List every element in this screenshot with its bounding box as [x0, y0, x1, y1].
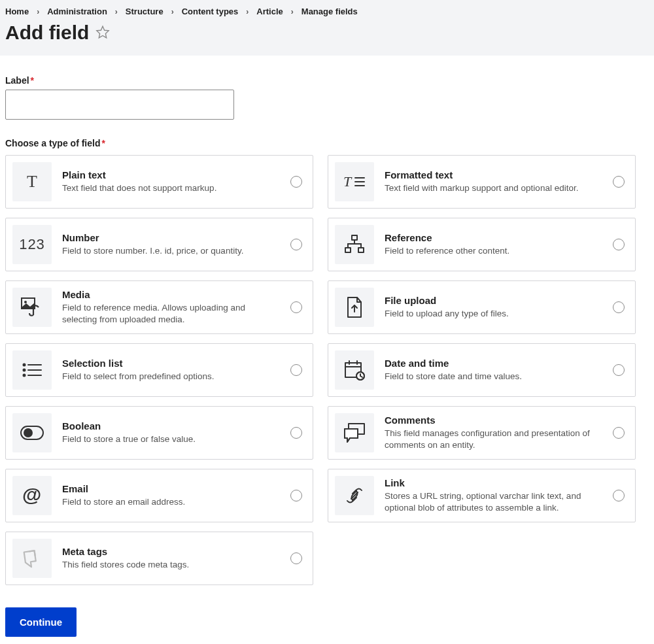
svg-marker-0: [97, 26, 109, 38]
continue-button[interactable]: Continue: [5, 607, 77, 637]
field-option-title: Media: [62, 289, 280, 300]
field-option-radio[interactable]: [290, 552, 302, 564]
svg-text:T: T: [343, 173, 353, 190]
field-type-option-plain-text[interactable]: TPlain textText field that does not supp…: [5, 155, 313, 209]
field-type-option-date-time[interactable]: Date and timeField to store date and tim…: [328, 343, 636, 397]
field-option-title: Selection list: [62, 358, 280, 369]
field-option-radio[interactable]: [290, 301, 302, 313]
field-option-radio[interactable]: [613, 239, 625, 250]
svg-point-18: [24, 375, 26, 377]
svg-rect-5: [352, 235, 357, 240]
field-option-radio[interactable]: [290, 176, 302, 188]
field-option-radio[interactable]: [290, 239, 302, 250]
field-option-title: Reference: [385, 232, 602, 243]
email-icon: @: [12, 476, 52, 515]
breadcrumb: Home › Administration › Structure › Cont…: [5, 5, 649, 20]
field-option-desc: Field to reference other content.: [385, 245, 602, 257]
chevron-right-icon: ›: [115, 7, 118, 16]
field-type-option-formatted-text[interactable]: TFormatted textText field with markup su…: [328, 155, 636, 209]
page-title: Add field: [5, 22, 89, 44]
breadcrumb-link[interactable]: Article: [256, 7, 283, 16]
field-option-desc: This field stores code meta tags.: [62, 559, 280, 571]
breadcrumb-link[interactable]: Content types: [182, 7, 239, 16]
field-option-title: Link: [385, 477, 602, 488]
meta-tags-icon: [12, 539, 52, 578]
field-option-desc: Text field with markup support and optio…: [385, 182, 602, 194]
svg-point-16: [24, 369, 26, 371]
field-type-option-meta-tags[interactable]: Meta tagsThis field stores code meta tag…: [5, 532, 313, 585]
comments-icon: [335, 413, 374, 452]
field-option-radio[interactable]: [613, 301, 625, 313]
field-type-option-file-upload[interactable]: File uploadField to upload any type of f…: [328, 280, 636, 334]
number-icon: 123: [12, 225, 52, 264]
field-option-radio[interactable]: [613, 364, 625, 376]
field-type-option-media[interactable]: MediaField to reference media. Allows up…: [5, 280, 313, 334]
breadcrumb-link[interactable]: Structure: [126, 7, 164, 16]
svg-point-13: [24, 301, 27, 303]
field-option-desc: Stores a URL string, optional varchar li…: [385, 490, 602, 514]
field-option-desc: This field manages configuration and pre…: [385, 428, 602, 451]
chevron-right-icon: ›: [171, 7, 174, 16]
field-option-radio[interactable]: [613, 176, 625, 188]
field-option-title: Meta tags: [62, 546, 280, 557]
label-field-label: Label*: [5, 75, 636, 86]
field-option-radio[interactable]: [613, 490, 625, 501]
svg-rect-6: [345, 248, 351, 252]
field-option-desc: Text field that does not support markup.: [62, 182, 280, 194]
link-icon: [335, 476, 374, 515]
field-type-option-link[interactable]: LinkStores a URL string, optional varcha…: [328, 469, 636, 522]
field-option-title: Comments: [385, 415, 602, 426]
field-option-title: Number: [62, 232, 280, 243]
formatted-text-icon: T: [335, 162, 374, 201]
boolean-icon: [12, 413, 52, 452]
field-type-option-comments[interactable]: CommentsThis field manages configuration…: [328, 406, 636, 460]
choose-type-label: Choose a type of field*: [5, 138, 636, 148]
svg-point-29: [24, 429, 32, 437]
field-option-title: Email: [62, 483, 280, 494]
field-type-option-boolean[interactable]: BooleanField to store a true or false va…: [5, 406, 313, 460]
svg-rect-7: [358, 248, 364, 252]
selection-list-icon: [12, 350, 52, 390]
date-time-icon: [335, 350, 374, 390]
chevron-right-icon: ›: [37, 7, 39, 16]
field-option-desc: Field to select from predefined options.: [62, 371, 280, 382]
field-option-desc: Field to store a true or false value.: [62, 433, 280, 445]
field-option-desc: Field to store date and time values.: [385, 371, 602, 382]
field-option-radio[interactable]: [613, 427, 625, 439]
breadcrumb-link[interactable]: Manage fields: [301, 7, 358, 16]
label-input[interactable]: [5, 90, 234, 120]
field-type-option-selection-list[interactable]: Selection listField to select from prede…: [5, 343, 313, 397]
media-icon: [12, 288, 52, 327]
reference-icon: [335, 225, 374, 264]
breadcrumb-link[interactable]: Home: [5, 7, 29, 16]
field-type-option-number[interactable]: 123NumberField to store number. I.e. id,…: [5, 218, 313, 271]
chevron-right-icon: ›: [291, 7, 294, 16]
field-option-radio[interactable]: [290, 427, 302, 439]
field-option-desc: Field to store an email address.: [62, 496, 280, 508]
field-type-option-email[interactable]: @EmailField to store an email address.: [5, 469, 313, 522]
field-option-desc: Field to upload any type of files.: [385, 308, 602, 320]
file-upload-icon: [335, 288, 374, 327]
field-option-title: Formatted text: [385, 169, 602, 180]
field-option-radio[interactable]: [290, 490, 302, 501]
svg-point-14: [24, 364, 26, 366]
plain-text-icon: T: [12, 162, 52, 201]
field-option-title: File upload: [385, 295, 602, 306]
chevron-right-icon: ›: [246, 7, 249, 16]
field-type-option-reference[interactable]: ReferenceField to reference other conten…: [328, 218, 636, 271]
svg-text:@: @: [22, 484, 41, 505]
field-option-desc: Field to reference media. Allows uploadi…: [62, 302, 280, 326]
field-option-title: Boolean: [62, 420, 280, 432]
star-outline-icon[interactable]: [95, 25, 110, 41]
breadcrumb-link[interactable]: Administration: [47, 7, 107, 16]
field-option-desc: Field to store number. I.e. id, price, o…: [62, 245, 280, 257]
field-option-radio[interactable]: [290, 364, 302, 376]
field-option-title: Plain text: [62, 169, 280, 180]
field-option-title: Date and time: [385, 358, 602, 369]
